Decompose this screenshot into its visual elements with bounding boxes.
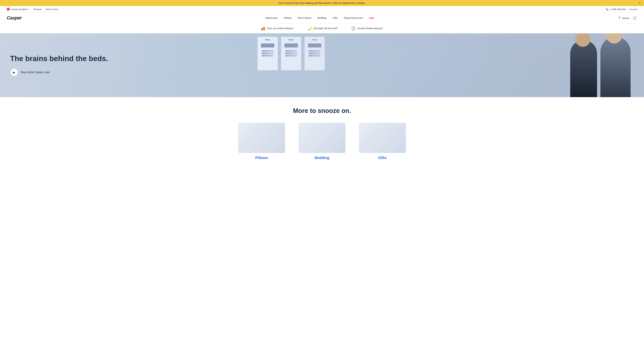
hero-title: The brains behind the beds. xyxy=(10,54,108,63)
hero-cta[interactable]: ▶ Step inside Casper Labs xyxy=(10,68,108,76)
account-link[interactable]: Account xyxy=(630,8,637,10)
category-bedding[interactable]: Bedding xyxy=(298,123,346,160)
announcement-banner: Don't snooze! Enjoy free shipping and fr… xyxy=(0,0,644,6)
nav-item-sale: Sale xyxy=(369,16,374,20)
nav-link-gifts[interactable]: Gifts xyxy=(332,16,338,19)
nav-links: Mattresses Pillows Bed Frames Bedding Gi… xyxy=(265,16,374,20)
stores-label: Stores xyxy=(622,16,630,20)
snooze-title: More to snooze on. xyxy=(7,107,637,114)
chevron-down-icon: ▾ xyxy=(28,8,29,10)
gifts-image xyxy=(359,123,406,153)
gifts-label: Gifts xyxy=(378,156,386,160)
feature-delivery-text: Free, no-contact delivery* xyxy=(267,27,294,30)
utility-bar-left: ● Canada (English) ▾ Reviews Refer & Ear… xyxy=(7,8,58,11)
feature-warranty-text: 10-year limited warranty* xyxy=(357,27,383,30)
product-categories: Pillows Bedding Gifts xyxy=(7,123,637,160)
nav-item-mattresses: Mattresses xyxy=(265,16,278,20)
announcement-text: Don't snooze! Enjoy free shipping and fr… xyxy=(278,2,366,4)
nav-item-bedding: Bedding xyxy=(317,16,326,20)
hero-content: The brains behind the beds. ▶ Step insid… xyxy=(0,48,118,83)
locale-label: Canada (English) xyxy=(11,8,28,10)
category-gifts[interactable]: Gifts xyxy=(359,123,406,160)
feature-trial: 🌙 100-night risk-free trial* xyxy=(307,26,338,30)
play-button[interactable]: ▶ xyxy=(10,68,18,76)
close-announcement-button[interactable]: × xyxy=(639,1,641,5)
feature-warranty: 📋 10-year limited warranty* xyxy=(351,26,383,30)
pillows-image xyxy=(238,123,285,153)
utility-bar-right: 📞 +1 888.498.0003 Account xyxy=(606,8,637,10)
features-bar: 🚚 Free, no-contact delivery* 🌙 100-night… xyxy=(0,24,644,34)
play-icon: ▶ xyxy=(13,71,15,74)
refer-earn-link[interactable]: Refer & Earn xyxy=(46,8,58,10)
nav-item-pillows: Pillows xyxy=(284,16,292,20)
hero-people xyxy=(258,34,644,97)
nav-right: 📍 Stores 🛒 xyxy=(618,16,637,20)
feature-trial-text: 100-night risk-free trial* xyxy=(313,27,338,30)
snooze-section: More to snooze on. Pillows Bedding Gifts xyxy=(0,97,644,167)
delivery-icon: 🚚 xyxy=(261,26,265,30)
hero-cta-text: Step inside Casper Labs xyxy=(20,71,50,74)
nav-link-sale[interactable]: Sale xyxy=(369,16,374,19)
main-nav: Casper Mattresses Pillows Bed Frames Bed… xyxy=(0,12,644,24)
phone-link[interactable]: 📞 +1 888.498.0003 xyxy=(606,8,626,10)
stores-link[interactable]: 📍 Stores xyxy=(618,16,630,20)
person-1 xyxy=(570,40,597,97)
phone-icon: 📞 xyxy=(606,8,608,10)
nav-link-bedding[interactable]: Bedding xyxy=(317,16,326,19)
phone-number: +1 888.498.0003 xyxy=(610,8,626,10)
trial-icon: 🌙 xyxy=(307,26,312,30)
warranty-icon: 📋 xyxy=(351,26,356,30)
feature-delivery: 🚚 Free, no-contact delivery* xyxy=(261,26,294,30)
category-pillows[interactable]: Pillows xyxy=(238,123,285,160)
nav-link-pillows[interactable]: Pillows xyxy=(284,16,292,19)
nav-link-sleep-resources[interactable]: Sleep Resources xyxy=(344,16,363,19)
nav-link-bed-frames[interactable]: Bed Frames xyxy=(298,16,311,19)
nav-link-mattresses[interactable]: Mattresses xyxy=(265,16,278,19)
bedding-image xyxy=(298,123,346,153)
utility-bar: ● Canada (English) ▾ Reviews Refer & Ear… xyxy=(0,6,644,12)
nav-item-sleep-resources: Sleep Resources xyxy=(344,16,363,20)
reviews-link[interactable]: Reviews xyxy=(33,8,42,10)
location-pin-icon: 📍 xyxy=(618,16,621,20)
cart-icon[interactable]: 🛒 xyxy=(633,16,637,20)
nav-item-bed-frames: Bed Frames xyxy=(298,16,311,20)
bedding-label: Bedding xyxy=(314,156,330,160)
nav-item-gifts: Gifts xyxy=(332,16,338,20)
locale-icon: ● xyxy=(7,8,10,11)
logo[interactable]: Casper xyxy=(7,15,22,21)
hero-section: Wave Wave Nova xyxy=(0,34,644,97)
pillows-label: Pillows xyxy=(255,156,268,160)
locale-selector[interactable]: ● Canada (English) ▾ xyxy=(7,8,29,11)
person-2 xyxy=(600,37,630,97)
